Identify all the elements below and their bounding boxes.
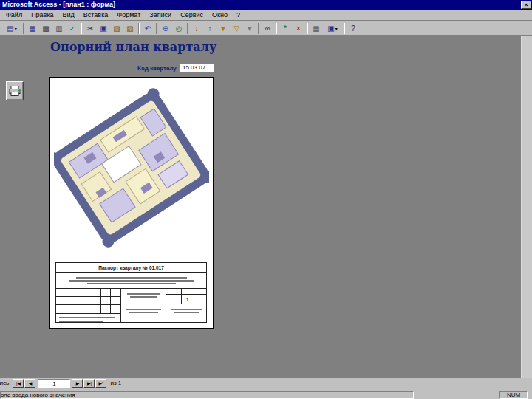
toolbar-separator [307,23,308,34]
last-record-button[interactable]: ▶| [83,379,95,388]
menu-item-2[interactable]: Вид [58,10,79,19]
stamp-sheet-number: 1 [181,295,194,304]
window-title: Microsoft Access - [план1 : форма] [2,1,115,8]
form-client-area: Опорний план кварталу Код кварталу 15.03… [0,36,532,378]
toolbar-separator [344,23,345,34]
filter-by-selection-button[interactable]: ▼ [216,22,230,35]
status-message: Поле ввода нового значения [0,392,75,399]
menu-item-6[interactable]: Сервис [176,10,208,19]
insert-hyperlink-button[interactable]: ⊕ [159,22,172,35]
num-lock-indicator: NUM [499,391,528,399]
undo-button[interactable]: ↶ [141,22,154,35]
menu-item-5[interactable]: Записи [145,10,176,19]
print-preview-button[interactable]: ▥ [52,22,66,35]
record-count-label: из 1 [110,380,121,386]
cut-button[interactable]: ✂ [83,22,97,35]
format-painter-button[interactable]: ▧ [123,22,137,35]
menu-bar: ФайлПравкаВидВставкаФорматЗаписиСервисОк… [0,10,532,21]
record-nav-right: ▶▶|▶* [72,379,107,388]
stamp-code-cell [121,289,166,322]
record-nav-left: |◀◀ [13,379,36,388]
close-button[interactable]: × [521,1,531,9]
status-bar: Поле ввода нового значения NUM [0,389,532,399]
save-button[interactable]: ▦ [26,22,39,35]
title-bar: Microsoft Access - [план1 : форма] × [0,0,532,10]
record-label: Запись: [0,380,10,386]
sort-ascending-button[interactable]: ↓ [190,22,203,35]
toolbar: ▤▾▦▩▥✓✂▣▨▧↶⊕◎↓↑▼▽▼∞*×▦▣▾? [0,21,532,36]
page-preview: Паспорт кварталу № 01.017 [49,77,214,329]
dropdown-arrow-icon: ▾ [335,26,338,31]
web-toolbar-button[interactable]: ◎ [172,22,185,35]
code-field-value[interactable]: 15.03.07 [180,63,214,72]
printer-icon [9,86,21,96]
find-button[interactable]: ∞ [261,22,274,35]
menu-item-1[interactable]: Правка [27,10,58,19]
previous-record-button[interactable]: ◀ [24,379,35,388]
menu-item-4[interactable]: Формат [112,10,145,19]
spelling-button[interactable]: ✓ [66,22,79,35]
toolbar-separator [81,23,82,34]
menu-item-3[interactable]: Вставка [79,10,112,19]
status-message-panel: Поле ввода нового значения [0,391,414,399]
toolbar-separator [23,23,24,34]
toolbar-separator [258,23,259,34]
dropdown-arrow-icon: ▾ [15,26,17,31]
stamp-title: Паспорт кварталу № 01.017 [56,263,206,273]
stamp-revision-grid [56,289,121,322]
toolbar-separator [156,23,157,34]
sort-descending-button[interactable]: ↑ [203,22,216,35]
next-record-button[interactable]: ▶ [72,379,83,388]
stamp-subtitle-lines [56,273,206,289]
form-view-button[interactable]: ▤▾ [2,22,21,35]
access-window: Microsoft Access - [план1 : форма] × Фай… [0,0,532,399]
new-record-button[interactable]: * [279,22,292,35]
apply-filter-button[interactable]: ▼ [243,22,256,35]
toolbar-separator [187,23,188,34]
form-heading: Опорний план кварталу [50,40,216,54]
menu-item-8[interactable]: ? [232,10,245,19]
print-form-button[interactable] [6,81,24,100]
help-button[interactable]: ? [347,22,360,35]
menu-item-0[interactable]: Файл [1,10,27,19]
toolbar-separator [138,23,140,34]
paste-button[interactable]: ▨ [110,22,123,35]
new-object-button[interactable]: ▣▾ [323,22,342,35]
toolbar-separator [276,23,277,34]
code-field-label: Код кварталу [137,65,177,72]
plan-drawing [54,82,209,258]
new-record-button[interactable]: ▶* [95,379,106,388]
record-number-input[interactable]: 1 [38,379,70,388]
record-navigator: Запись: |◀◀ 1 ▶▶|▶* из 1 [0,378,532,389]
print-button[interactable]: ▩ [39,22,52,35]
stamp-sheet-cells: 1 [166,289,207,322]
title-block: Паспорт кварталу № 01.017 [55,262,207,323]
copy-button[interactable]: ▣ [97,22,110,35]
filter-by-form-button[interactable]: ▽ [230,22,243,35]
vertical-scrollbar[interactable] [521,36,532,378]
menu-item-7[interactable]: Окно [208,10,232,19]
first-record-button[interactable]: |◀ [13,379,24,388]
database-window-button[interactable]: ▦ [310,22,323,35]
delete-record-button[interactable]: × [292,22,305,35]
